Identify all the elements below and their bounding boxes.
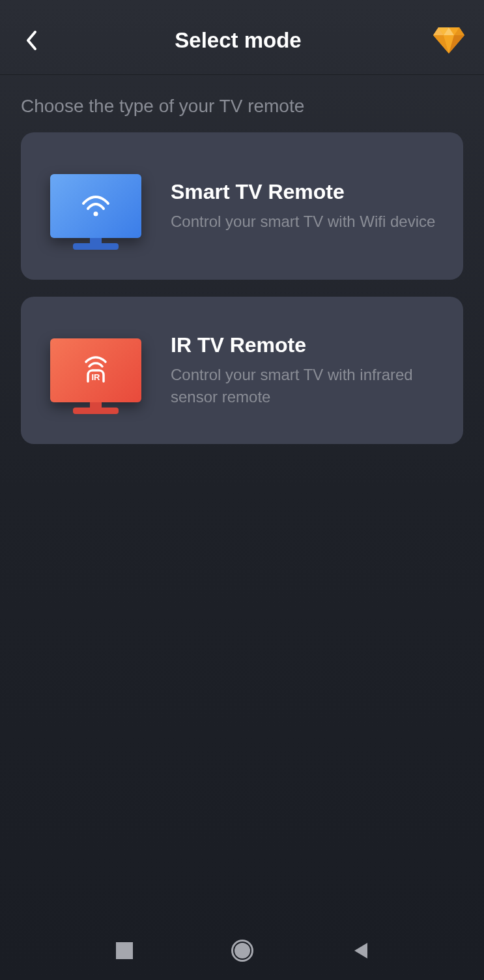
page-title: Select mode bbox=[44, 28, 432, 53]
ir-tv-description: Control your smart TV with infrared sens… bbox=[171, 364, 437, 408]
square-icon bbox=[116, 942, 133, 959]
subtitle: Choose the type of your TV remote bbox=[0, 75, 484, 132]
ir-tv-content: IR TV Remote Control your smart TV with … bbox=[171, 333, 437, 408]
svg-point-0 bbox=[94, 212, 98, 216]
ir-tv-icon-wrapper: IR bbox=[47, 328, 145, 413]
smart-tv-card[interactable]: Smart TV Remote Control your smart TV wi… bbox=[21, 132, 463, 280]
navigation-bar bbox=[0, 921, 484, 980]
tv-stand bbox=[73, 402, 119, 414]
wifi-icon bbox=[81, 194, 111, 218]
ir-icon: IR bbox=[81, 355, 111, 385]
home-button[interactable] bbox=[226, 934, 259, 967]
tv-wifi-icon bbox=[50, 174, 141, 238]
smart-tv-description: Control your smart TV with Wifi device bbox=[171, 211, 437, 233]
triangle-left-icon bbox=[352, 942, 369, 960]
smart-tv-title: Smart TV Remote bbox=[171, 180, 437, 204]
nav-back-button[interactable] bbox=[344, 934, 377, 967]
smart-tv-icon-wrapper bbox=[47, 164, 145, 248]
ir-tv-card[interactable]: IR IR TV Remote Control your smart TV wi… bbox=[21, 297, 463, 444]
premium-button[interactable] bbox=[432, 26, 466, 55]
back-button[interactable] bbox=[18, 27, 44, 53]
circle-icon bbox=[231, 940, 253, 962]
recent-apps-button[interactable] bbox=[108, 934, 141, 967]
diamond-icon bbox=[432, 26, 466, 55]
svg-text:IR: IR bbox=[92, 372, 101, 382]
ir-tv-title: IR TV Remote bbox=[171, 333, 437, 357]
smart-tv-content: Smart TV Remote Control your smart TV wi… bbox=[171, 180, 437, 233]
header: Select mode bbox=[0, 0, 484, 75]
tv-stand bbox=[73, 238, 119, 250]
cards-container: Smart TV Remote Control your smart TV wi… bbox=[0, 132, 484, 444]
tv-ir-icon: IR bbox=[50, 338, 141, 402]
chevron-left-icon bbox=[25, 29, 38, 52]
